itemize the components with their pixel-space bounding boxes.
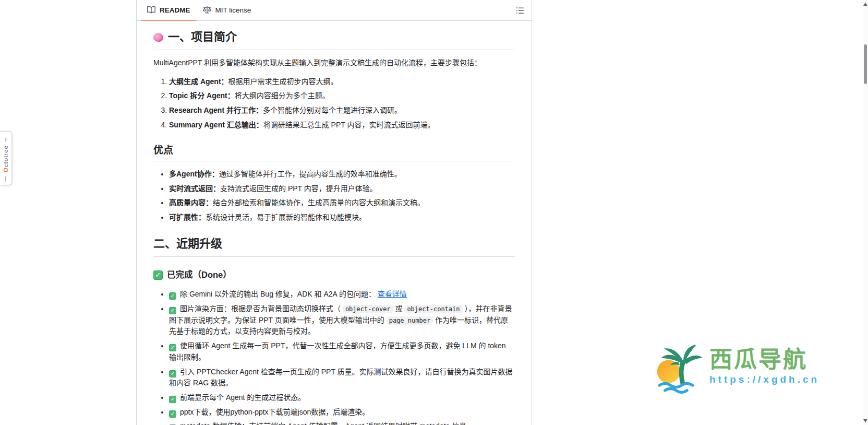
done-list-item: 图片渲染方面：根据是否为背景图动态切换样式（ object-cover 或 ob…: [169, 303, 515, 337]
done-list: 除 Gemini 以外流的输出 Bug 修复，ADK 和 A2A 的包问题： 查…: [153, 289, 515, 425]
inline-code: object-contain: [404, 305, 462, 313]
tab-readme-label: README: [160, 6, 190, 14]
done-list-item: pptx下载，使用python-pptx下载前端json数据，后端渲染。: [169, 407, 515, 418]
advantages-list: 多Agent协作：通过多智能体并行工作，提高内容生成的效率和准确性。实时流式返回…: [153, 169, 515, 223]
list-unordered-icon: [516, 6, 524, 15]
inline-code: page_number: [387, 316, 433, 325]
tab-mit-license-label: MIT license: [215, 6, 251, 14]
check-icon: [169, 344, 176, 351]
readme-content: 一、项目简介 MultiAgentPPT 利用多智能体架构实现从主题输入到完整演…: [137, 21, 532, 425]
check-icon: [169, 307, 176, 314]
list-item: 高质量内容：结合外部检索和智能体协作，生成高质量的内容大纲和演示文稿。: [169, 197, 515, 209]
heading-done: 已完成（Done）: [153, 268, 515, 282]
palm-tree-sun-icon: [652, 338, 707, 394]
list-item: 大纲生成 Agent：根据用户需求生成初步内容大纲。: [169, 76, 515, 88]
file-tab-bar: README MIT license: [137, 0, 532, 21]
octotree-toggle[interactable]: › Octotree: [0, 131, 12, 185]
list-item: 实时流式返回：支持流式返回生成的 PPT 内容，提升用户体验。: [169, 183, 515, 195]
heading-done-label: 已完成（Done）: [167, 268, 232, 282]
heading-recent-upgrades: 二、近期升级: [153, 235, 515, 257]
check-icon: [169, 410, 176, 418]
octotree-label: Octotree: [3, 145, 9, 172]
watermark-logo: 西瓜导航 https://xgdh.cn: [652, 338, 819, 394]
scrollbar: [863, 0, 868, 425]
check-icon: [169, 370, 176, 377]
intro-paragraph: MultiAgentPPT 利用多智能体架构实现从主题输入到完整演示文稿生成的自…: [153, 57, 515, 69]
heading-project-intro: 一、项目简介: [153, 28, 515, 50]
tab-readme[interactable]: README: [141, 0, 197, 21]
done-list-item: 引入 PPTChecker Agent 检查每一页生成的 PPT 质量。实际测试…: [169, 367, 515, 389]
list-item: 可扩展性：系统设计灵活，易于扩展新的智能体和功能模块。: [169, 212, 515, 223]
check-icon: [169, 396, 176, 403]
heading-advantages: 优点: [153, 143, 515, 161]
chevron-right-icon: ›: [5, 134, 7, 144]
check-icon: [153, 270, 163, 280]
watermark-url: https://xgdh.cn: [709, 374, 819, 385]
heading-project-intro-label: 一、项目简介: [168, 28, 237, 46]
scroll-up-arrow-icon[interactable]: [863, 3, 867, 6]
done-list-item: 使用循环 Agent 生成每一页 PPT，代替一次性生成全部内容，方便生成更多页…: [169, 340, 515, 363]
outline-button[interactable]: [513, 3, 527, 18]
check-icon: [169, 292, 176, 300]
book-icon: [147, 6, 155, 14]
watermark-title: 西瓜导航: [709, 347, 819, 373]
readme-card: README MIT license 一、项目简介 MultiAgentPPT …: [136, 0, 532, 425]
list-item: Summary Agent 汇总输出：将调研结果汇总生成 PPT 内容，实时流式…: [169, 120, 515, 131]
scrollbar-thumb[interactable]: [864, 44, 867, 84]
done-list-item: 除 Gemini 以外流的输出 Bug 修复，ADK 和 A2A 的包问题： 查…: [169, 289, 515, 300]
brain-emoji: [153, 33, 163, 42]
tab-mit-license[interactable]: MIT license: [197, 0, 258, 21]
done-list-item: 前端显示每个 Agent 的生成过程状态。: [169, 392, 515, 404]
done-list-item: metadata 数据传输：支持前端向 Agent 传输配置，Agent 返回结…: [169, 421, 515, 425]
list-item: Research Agent 并行工作：多个智能体分别对每个主题进行深入调研。: [169, 105, 515, 116]
inline-link[interactable]: 查看详情: [378, 290, 407, 298]
inline-code: object-cover: [343, 305, 393, 313]
pin-icon: [5, 176, 6, 182]
steps-list: 大纲生成 Agent：根据用户需求生成初步内容大纲。Topic 拆分 Agent…: [153, 76, 515, 131]
list-item: 多Agent协作：通过多智能体并行工作，提高内容生成的效率和准确性。: [169, 169, 515, 180]
law-scales-icon: [203, 6, 211, 14]
list-item: Topic 拆分 Agent：将大纲内容细分为多个主题。: [169, 90, 515, 102]
scroll-down-arrow-icon[interactable]: [863, 419, 867, 422]
